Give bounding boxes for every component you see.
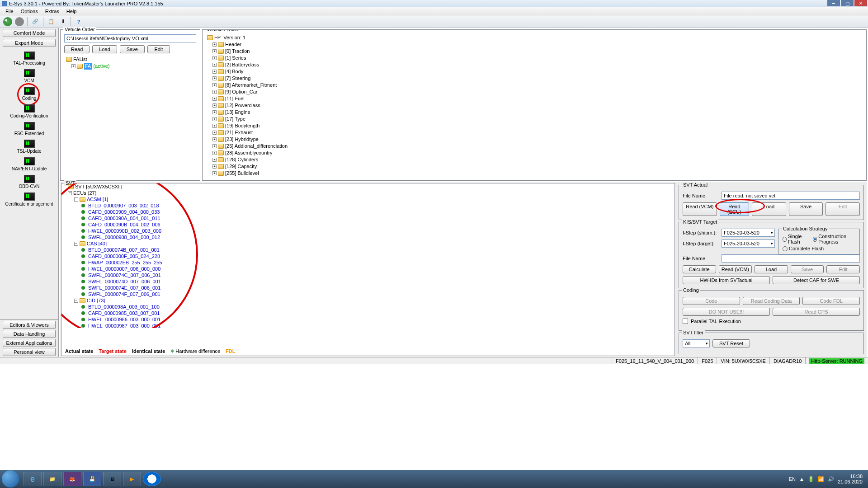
- menu-options[interactable]: Options: [17, 8, 42, 15]
- tray-lang[interactable]: EN: [789, 476, 796, 482]
- svt-filter-combo[interactable]: All: [683, 339, 710, 347]
- svt-file-item[interactable]: SWFL_00000908_004_000_012: [61, 234, 675, 240]
- window-maximize-button[interactable]: ▢: [841, 0, 854, 6]
- vo-save-button[interactable]: Save: [120, 45, 145, 53]
- vp-tree-item[interactable]: +[1] Series: [206, 55, 863, 61]
- taskbar-app-icon[interactable]: 🖥: [103, 472, 121, 486]
- tree-collapse-icon[interactable]: −: [74, 197, 78, 202]
- tree-expand-icon[interactable]: +: [212, 76, 217, 80]
- svt-tree[interactable]: SVT [5UXWX5CSXI |−ECUs (27)−ACSM [1]BTLD…: [61, 183, 675, 328]
- svt-save-button[interactable]: Save: [789, 202, 823, 216]
- vp-tree-item[interactable]: +[21] Exhaust: [206, 129, 863, 136]
- vp-root-item[interactable]: FP_Version: 1: [206, 34, 863, 41]
- vp-tree-item[interactable]: +[129] Capacity: [206, 163, 863, 170]
- single-flash-radio[interactable]: Single Flash: [783, 234, 808, 244]
- tree-expand-icon[interactable]: +: [212, 158, 217, 162]
- svt-actual-filename-input[interactable]: [722, 192, 860, 200]
- svt-file-item[interactable]: CAFD_0000000F_005_024_228: [61, 253, 675, 259]
- vp-tree-item[interactable]: +[2] Batteryclass: [206, 61, 863, 68]
- vp-tree-item[interactable]: +[7] Steering: [206, 75, 863, 82]
- svt-file-item[interactable]: HWEL_0000090D_002_003_000: [61, 228, 675, 234]
- tree-expand-icon[interactable]: +: [212, 42, 217, 47]
- toolbar-back-button[interactable]: ◄: [3, 17, 13, 27]
- svt-ecus-node[interactable]: −ECUs (27): [61, 190, 675, 196]
- sidebar-item-coding[interactable]: Coding: [0, 85, 58, 103]
- istep-shipm-combo[interactable]: F025-20-03-520: [722, 229, 775, 237]
- svt-file-item[interactable]: CAFD_0000090B_004_002_006: [61, 221, 675, 228]
- vo-load-button[interactable]: Load: [92, 45, 117, 53]
- tree-expand-icon[interactable]: +: [212, 90, 217, 94]
- tree-expand-icon[interactable]: +: [71, 64, 75, 68]
- parallel-checkbox[interactable]: [683, 319, 688, 324]
- read-ecu-button[interactable]: Read (ECU): [720, 202, 750, 216]
- svt-file-item[interactable]: SWFL_0000074F_007_006_001: [61, 291, 675, 297]
- tree-expand-icon[interactable]: +: [212, 110, 217, 114]
- code-fdl-button[interactable]: Code FDL: [802, 297, 860, 305]
- falist-tree-item[interactable]: FAList: [64, 56, 196, 63]
- kis-filename-input[interactable]: [722, 254, 860, 263]
- svt-load-button[interactable]: Load: [752, 202, 786, 216]
- vp-tree-item[interactable]: +[255] Buildlevel: [206, 170, 863, 177]
- toolbar-paste-icon[interactable]: 📋: [46, 17, 56, 27]
- window-close-button[interactable]: ✕: [854, 0, 867, 6]
- vp-tree-item[interactable]: +[19] Bodylength: [206, 122, 863, 129]
- svt-file-item[interactable]: HWEL_00000007_006_000_000: [61, 266, 675, 272]
- expert-mode-button[interactable]: Expert Mode: [3, 39, 56, 47]
- vo-edit-button[interactable]: Edit: [147, 45, 170, 53]
- tree-collapse-icon[interactable]: −: [74, 242, 78, 246]
- taskbar-save-icon[interactable]: 💾: [83, 472, 101, 486]
- vp-tree-item[interactable]: +Header: [206, 41, 863, 48]
- personal-view-button[interactable]: Personal view: [3, 348, 56, 356]
- vp-tree-item[interactable]: +[4] Body: [206, 68, 863, 75]
- tray-flag-icon[interactable]: ▲: [799, 476, 804, 482]
- tree-expand-icon[interactable]: +: [212, 171, 217, 175]
- vp-tree-item[interactable]: +[11] Fuel: [206, 95, 863, 102]
- vp-tree-item[interactable]: +[9] Option_Car: [206, 89, 863, 95]
- calculate-button[interactable]: Calculate: [683, 265, 716, 273]
- tray-sound-icon[interactable]: 🔊: [828, 476, 834, 482]
- read-vcm-button[interactable]: Read (VCM): [683, 202, 717, 216]
- svt-file-item[interactable]: HWEL_00000987_003_000_001: [61, 323, 675, 328]
- vp-tree-item[interactable]: +[25] Addional_differenciation: [206, 143, 863, 150]
- tree-collapse-icon[interactable]: −: [74, 299, 78, 303]
- vp-tree-item[interactable]: +[23] Hybridtype: [206, 136, 863, 143]
- svt-file-item[interactable]: BTLD_00000907_003_002_018: [61, 202, 675, 209]
- tree-expand-icon[interactable]: +: [212, 151, 217, 155]
- start-button[interactable]: [2, 470, 19, 488]
- menu-file[interactable]: File: [2, 8, 17, 15]
- svt-ecu-node[interactable]: −CAS [40]: [61, 240, 675, 247]
- tray-clock[interactable]: 16:38 21.06.2020: [838, 474, 863, 484]
- editors-viewers-button[interactable]: Editors & Viewers: [3, 321, 56, 329]
- sidebar-item-nav-ent-update[interactable]: NAV/ENT-Update: [0, 155, 58, 173]
- construction-radio[interactable]: Construction Progress: [813, 234, 856, 244]
- kis-read-vcm-button[interactable]: Read (VCM): [719, 265, 752, 273]
- svt-file-item[interactable]: CAFD_00000985_003_007_001: [61, 310, 675, 316]
- tree-expand-icon[interactable]: +: [212, 131, 217, 135]
- tree-expand-icon[interactable]: +: [212, 117, 217, 121]
- sidebar-item-tsl-update[interactable]: TSL-Update: [0, 138, 58, 155]
- fa-tree-item[interactable]: + FA (active): [64, 63, 196, 70]
- tree-expand-icon[interactable]: +: [212, 49, 217, 53]
- menu-help[interactable]: Help: [63, 8, 80, 15]
- svt-file-item[interactable]: BTLD_0000074B_007_001_001: [61, 247, 675, 253]
- vehicle-order-path-input[interactable]: [64, 34, 196, 42]
- tree-expand-icon[interactable]: +: [212, 97, 217, 101]
- toolbar-stop-button[interactable]: [14, 17, 24, 27]
- tree-expand-icon[interactable]: +: [212, 83, 217, 87]
- detect-caf-button[interactable]: Detect CAF for SWE: [773, 276, 860, 284]
- svt-ecu-node[interactable]: −CID [73]: [61, 297, 675, 304]
- tree-expand-icon[interactable]: +: [212, 144, 217, 148]
- tray-battery-icon[interactable]: 🔋: [808, 476, 814, 482]
- toolbar-download-icon[interactable]: ⬇: [58, 17, 68, 27]
- sidebar-item-certificate-management[interactable]: Certificate management: [0, 191, 58, 208]
- sidebar-item-coding-verification[interactable]: Coding-Verification: [0, 103, 58, 120]
- tree-expand-icon[interactable]: +: [212, 103, 217, 108]
- istep-target-combo[interactable]: F025-20-03-520: [722, 239, 775, 248]
- svt-file-item[interactable]: SWFL_0000074E_007_006_001: [61, 285, 675, 291]
- tree-expand-icon[interactable]: +: [212, 124, 217, 128]
- vp-tree-item[interactable]: +[0] Traction: [206, 48, 863, 55]
- sidebar-item-tal-processing[interactable]: TAL-Processing: [0, 50, 58, 67]
- tree-expand-icon[interactable]: +: [212, 137, 217, 141]
- taskbar-firefox-icon[interactable]: 🦊: [63, 472, 81, 486]
- tree-expand-icon[interactable]: +: [212, 63, 217, 67]
